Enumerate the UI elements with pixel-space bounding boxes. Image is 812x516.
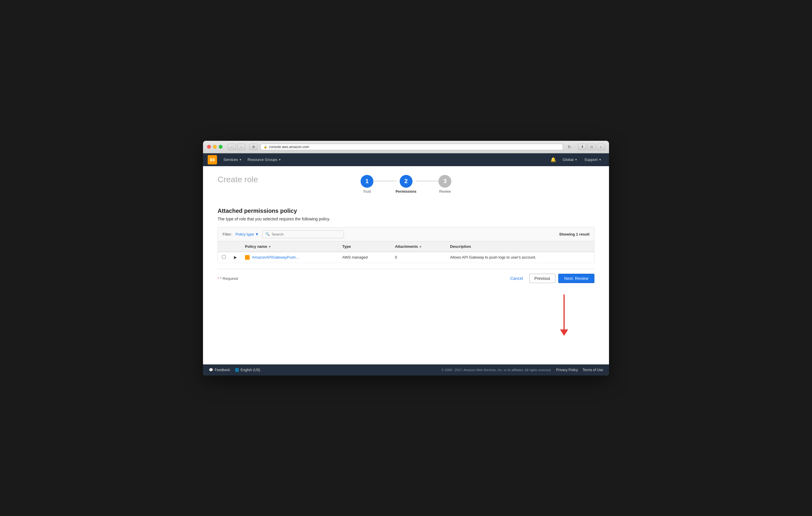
global-nav-item[interactable]: Global ▼ [560, 153, 580, 166]
step-connector-2 [416, 181, 439, 181]
terms-of-use-link[interactable]: Terms of Use [582, 368, 603, 372]
reload-button[interactable]: ↻ [566, 144, 573, 150]
feedback-icon: 💬 [209, 368, 213, 372]
th-policy-name-text: Policy name [245, 244, 267, 249]
svg-rect-4 [213, 160, 214, 161]
step-review: 3 Review [439, 175, 452, 193]
red-arrow-head [560, 329, 568, 336]
support-label: Support [584, 157, 598, 162]
step-3-label: Review [439, 189, 451, 193]
globe-icon: 🌐 [235, 368, 239, 372]
filter-chevron: ▼ [255, 232, 259, 236]
step-connector-1 [373, 181, 396, 181]
services-nav-item[interactable]: Services ▼ [221, 153, 245, 166]
language-label: English (US) [241, 368, 260, 372]
filter-label: Filter: [223, 232, 232, 236]
row-type-cell: AWS managed [338, 252, 391, 263]
address-bar[interactable]: 🔒 console.aws.amazon.com [260, 144, 563, 150]
svg-rect-0 [210, 159, 215, 160]
policy-icon [245, 255, 250, 260]
th-attachments-text: Attachments [395, 244, 418, 249]
services-chevron: ▼ [239, 158, 242, 161]
close-button[interactable] [207, 145, 211, 149]
expand-icon[interactable]: ▶ [234, 255, 237, 260]
aws-logo[interactable] [208, 155, 217, 164]
step-2-circle: 2 [400, 175, 412, 188]
th-type: Type [338, 241, 391, 252]
aws-top-nav: Services ▼ Resource Groups ▼ 🔔 Global ▼ … [203, 153, 609, 166]
filter-value[interactable]: Policy type ▼ [236, 232, 259, 236]
svg-rect-1 [210, 158, 211, 159]
row-attachments-cell: 0 [391, 252, 446, 263]
add-button[interactable]: + [597, 144, 605, 150]
cancel-button[interactable]: Cancel [506, 274, 526, 282]
footer-left: 💬 Feedback 🌐 English (US) [209, 368, 260, 372]
tab-button[interactable]: ⊞ [250, 144, 258, 150]
row-checkbox[interactable] [222, 255, 226, 259]
aws-footer: 💬 Feedback 🌐 English (US) © 2008 - 2017,… [203, 364, 609, 375]
required-star: * [218, 276, 220, 281]
step-3-circle: 3 [439, 175, 452, 188]
resource-groups-nav-item[interactable]: Resource Groups ▼ [245, 153, 284, 166]
attachments-sort-icon: ▼ [419, 245, 422, 248]
main-content: Create role 1 Trust 2 Permissions 3 Revi… [203, 166, 609, 364]
copyright-text: © 2008 - 2017, Amazon Web Services, Inc.… [442, 368, 552, 372]
previous-button[interactable]: Previous [529, 274, 555, 283]
filter-value-text: Policy type [236, 232, 254, 236]
browser-window: ‹ › ⊞ 🔒 console.aws.amazon.com ↻ ⬆ ⊡ + S [203, 141, 609, 375]
toolbar-right: ⬆ ⊡ + [578, 144, 605, 150]
search-box[interactable]: 🔍 [262, 230, 344, 238]
row-checkbox-cell [218, 252, 230, 263]
th-checkbox [218, 241, 230, 252]
step-1-label: Trust [363, 189, 371, 193]
svg-rect-2 [213, 158, 214, 159]
step-2-label: Permissions [396, 189, 416, 193]
feedback-link[interactable]: 💬 Feedback [209, 368, 230, 372]
section-desc: The type of role that you selected requi… [218, 217, 594, 221]
th-policy-name[interactable]: Policy name ▼ [241, 241, 338, 252]
red-arrow-annotation [560, 295, 568, 336]
notifications-button[interactable]: 🔔 [548, 157, 558, 162]
support-nav-item[interactable]: Support ▼ [582, 153, 604, 166]
resource-groups-chevron: ▼ [279, 158, 281, 161]
privacy-policy-link[interactable]: Privacy Policy [556, 368, 578, 372]
th-description: Description [446, 241, 594, 252]
global-label: Global [562, 157, 574, 162]
row-expand-cell[interactable]: ▶ [230, 252, 241, 263]
th-expand [230, 241, 241, 252]
step-1-circle: 1 [360, 175, 373, 188]
url-text: console.aws.amazon.com [269, 145, 309, 149]
maximize-button[interactable] [219, 145, 223, 149]
red-arrow-line [563, 295, 565, 329]
footer-links: Privacy Policy Terms of Use [556, 368, 603, 372]
step-trust: 1 Trust [360, 175, 373, 193]
support-chevron: ▼ [599, 158, 602, 161]
next-review-button[interactable]: Next: Review [558, 274, 594, 283]
policy-name-link[interactable]: AmazonAPIGatewayPush... [252, 255, 299, 260]
required-label: * Required [220, 276, 238, 281]
table-row: ▶ AmazonAPIGatewayPush... AWS managed 0 … [218, 252, 594, 263]
language-selector[interactable]: 🌐 English (US) [235, 368, 260, 372]
policy-table: Policy name ▼ Type Attachments ▼ Descrip… [218, 241, 594, 263]
row-description-cell: Allows API Gateway to push logs to user'… [446, 252, 594, 263]
minimize-button[interactable] [213, 145, 217, 149]
th-attachments[interactable]: Attachments ▼ [391, 241, 446, 252]
section-title: Attached permissions policy [218, 208, 594, 214]
results-count: Showing 1 result [559, 232, 589, 236]
stepper: 1 Trust 2 Permissions 3 Review [360, 175, 451, 193]
resource-groups-label: Resource Groups [248, 157, 278, 162]
sort-arrow-icon: ▼ [268, 245, 271, 248]
back-button[interactable]: ‹ [228, 144, 236, 150]
aws-logo-icon [209, 156, 215, 163]
search-icon: 🔍 [265, 232, 270, 236]
new-tab-button[interactable]: ⊡ [587, 144, 596, 150]
share-button[interactable]: ⬆ [578, 144, 586, 150]
filter-bar: Filter: Policy type ▼ 🔍 Showing 1 result [218, 227, 594, 241]
browser-titlebar: ‹ › ⊞ 🔒 console.aws.amazon.com ↻ ⬆ ⊡ + [203, 141, 609, 153]
lock-icon: 🔒 [264, 145, 267, 148]
services-label: Services [224, 157, 238, 162]
search-input[interactable] [271, 232, 341, 236]
bottom-actions: * * Required Cancel Previous Next: Revie… [218, 269, 594, 288]
forward-button[interactable]: › [237, 144, 245, 150]
traffic-lights [207, 145, 223, 149]
